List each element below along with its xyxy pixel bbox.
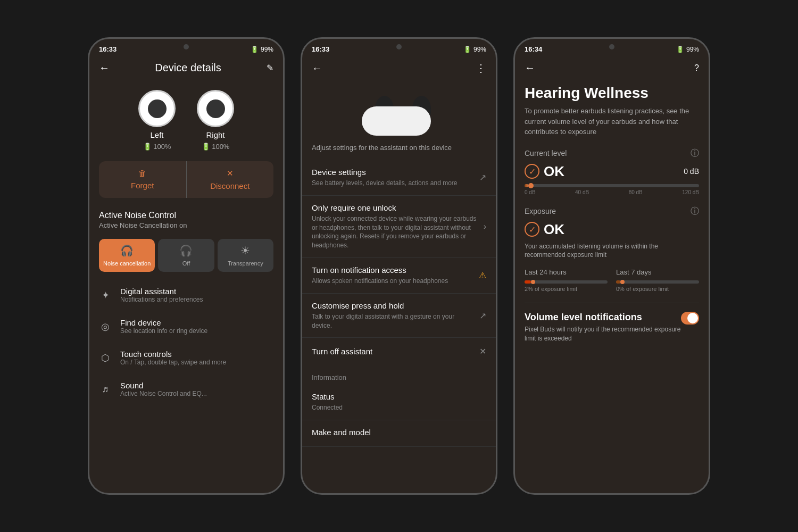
turn-off-label: Turn off assistant (312, 347, 372, 356)
back-button-2[interactable]: ← (312, 62, 322, 74)
page-title-1: Device details (155, 62, 221, 74)
left-label: Left (150, 130, 163, 139)
digital-assistant-icon: ✦ (99, 289, 112, 301)
transparency-label: Transparency (228, 260, 263, 267)
touch-controls-content: Touch controls On / Tap, double tap, swi… (120, 350, 226, 366)
right-battery: 🔋 100% (202, 143, 230, 151)
earbud-case-image (362, 93, 436, 136)
touch-controls-item[interactable]: ⬡ Touch controls On / Tap, double tap, s… (89, 342, 283, 373)
make-model-title: Make and model (312, 428, 486, 437)
noise-cancellation-button[interactable]: 🎧 Noise cancellation (99, 239, 155, 272)
find-device-title: Find device (120, 318, 207, 327)
device-image (302, 80, 496, 144)
one-unlock-content: Only require one unlock Unlock your conn… (312, 203, 478, 250)
left-earbud-inner (148, 99, 167, 118)
warning-icon: ⚠ (479, 270, 486, 280)
current-level-section: Current level ⓘ ✓ OK 0 dB 0 dB 40 dB 80 … (525, 148, 699, 195)
noise-off-label: Off (182, 260, 190, 267)
press-hold-desc: Talk to your digital assistant with a ge… (312, 312, 474, 330)
notification-access-desc: Allows spoken notifications on your head… (312, 277, 473, 286)
help-button[interactable]: ? (694, 63, 699, 73)
exposure-status: OK (544, 221, 564, 238)
exposure-info-icon[interactable]: ⓘ (691, 206, 699, 217)
time-2: 16:33 (312, 45, 329, 53)
last-24h-label: Last 24 hours (525, 268, 608, 276)
left-battery: 🔋 100% (143, 143, 171, 151)
one-unlock-item[interactable]: Only require one unlock Unlock your conn… (302, 196, 496, 258)
exposure-ok-row: ✓ OK (525, 221, 699, 238)
sound-icon: ♬ (99, 384, 112, 395)
device-icons-row: Left 🔋 100% Right 🔋 100% (89, 79, 283, 156)
digital-assistant-subtitle: Notifications and preferences (120, 296, 203, 303)
transparency-button[interactable]: ☀ Transparency (218, 239, 273, 272)
back-button-3[interactable]: ← (525, 62, 535, 74)
disconnect-button[interactable]: ✕ Disconnect (187, 161, 274, 198)
transparency-icon: ☀ (240, 244, 250, 257)
notification-access-title: Turn on notification access (312, 265, 473, 275)
current-level-info-icon[interactable]: ⓘ (691, 148, 699, 159)
turn-off-assistant-item[interactable]: Turn off assistant ✕ (302, 338, 496, 365)
touch-controls-title: Touch controls (120, 350, 226, 359)
sound-item[interactable]: ♬ Sound Active Noise Control and EQ... (89, 373, 283, 405)
battery-3: 99% (686, 46, 699, 53)
right-label: Right (206, 130, 225, 139)
current-level-check-icon: ✓ (525, 164, 539, 179)
noise-off-button[interactable]: 🎧 Off (158, 239, 214, 272)
chevron-right-icon-1: › (484, 222, 486, 231)
exposure-description: Your accumulated listening volume is wit… (525, 242, 699, 260)
status-title: Status (312, 392, 486, 401)
status-right-1: 🔋 99% (251, 46, 273, 53)
find-device-subtitle: See location info or ring device (120, 327, 207, 335)
digital-assistant-item[interactable]: ✦ Digital assistant Notifications and pr… (89, 279, 283, 311)
battery-2: 99% (473, 46, 486, 53)
last-7d-period: Last 7 days 0% of exposure limit (616, 268, 699, 292)
noise-cancellation-label: Noise cancellation (103, 260, 151, 267)
last-24h-bar-dot (531, 280, 535, 284)
one-unlock-desc: Unlock your connected device while weari… (312, 214, 478, 250)
noise-controls: 🎧 Noise cancellation 🎧 Off ☀ Transparenc… (99, 239, 273, 272)
db-label-40: 40 dB (575, 189, 589, 195)
status-right-3: 🔋 99% (676, 46, 699, 53)
status-bar-3: 16:34 🔋 99% (515, 39, 709, 56)
settings-list: Device settings See battery levels, devi… (302, 160, 496, 338)
digital-assistant-content: Digital assistant Notifications and pref… (120, 287, 203, 303)
forget-button[interactable]: 🗑 Forget (99, 161, 187, 198)
status-content: Status Connected (312, 392, 486, 412)
current-level-label: Current level (525, 149, 567, 157)
left-device: Left 🔋 100% (138, 90, 176, 151)
device-settings-item[interactable]: Device settings See battery levels, devi… (302, 160, 496, 196)
battery-icon-2: 🔋 (463, 46, 471, 53)
notification-access-content: Turn on notification access Allows spoke… (312, 265, 473, 286)
current-level-status: OK (544, 163, 564, 180)
notification-access-item[interactable]: Turn on notification access Allows spoke… (302, 258, 496, 294)
phone-1: 16:33 🔋 99% ← Device details ✎ Left 🔋 10… (88, 37, 285, 495)
notifications-section: Volume level notifications Pixel Buds wi… (525, 303, 699, 347)
one-unlock-title: Only require one unlock (312, 203, 478, 212)
notifications-text: Volume level notifications Pixel Buds wi… (525, 312, 681, 347)
status-desc: Connected (312, 403, 486, 412)
menu-list: ✦ Digital assistant Notifications and pr… (89, 276, 283, 408)
more-button-2[interactable]: ⋮ (476, 62, 486, 74)
app-header-1: ← Device details ✎ (89, 56, 283, 79)
anc-subtitle: Active Noise Cancellation on (89, 221, 283, 235)
wellness-description: To promote better earbuds listening prac… (525, 106, 699, 137)
status-bar-1: 16:33 🔋 99% (89, 39, 283, 56)
forget-icon: 🗑 (138, 169, 146, 178)
back-button-1[interactable]: ← (99, 62, 110, 74)
edit-button-1[interactable]: ✎ (267, 63, 273, 73)
last-24h-bar-fill (525, 280, 531, 284)
device-settings-desc: See battery levels, device details, acti… (312, 179, 474, 188)
exposure-label: Exposure (525, 207, 556, 215)
find-device-icon: ◎ (99, 321, 112, 332)
notifications-toggle[interactable] (681, 312, 699, 325)
touch-controls-subtitle: On / Tap, double tap, swipe and more (120, 359, 226, 366)
external-link-icon-1: ↗ (479, 172, 486, 182)
disconnect-label: Disconnect (210, 181, 250, 190)
last-24h-period: Last 24 hours 2% of exposure limit (525, 268, 608, 292)
disconnect-icon: ✕ (227, 169, 234, 178)
notifications-desc: Pixel Buds will notify you if the recomm… (525, 325, 681, 343)
status-item: Status Connected (302, 385, 496, 420)
press-hold-item[interactable]: Customise press and hold Talk to your di… (302, 294, 496, 338)
find-device-item[interactable]: ◎ Find device See location info or ring … (89, 311, 283, 342)
close-icon: ✕ (479, 346, 486, 356)
